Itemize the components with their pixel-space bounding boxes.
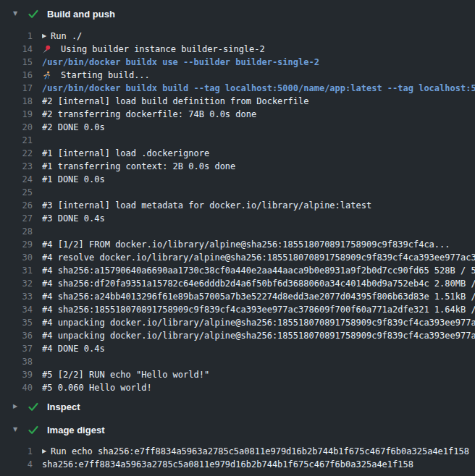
line-number[interactable]: 33 xyxy=(0,290,33,303)
log-text: #3 [internal] load metadata for docker.i… xyxy=(42,199,371,212)
log-line: 37#4 DONE 0.4s xyxy=(0,342,475,355)
log-line: 18#2 [internal] load build definition fr… xyxy=(0,95,475,108)
log-line: 32#4 sha256:df20fa9351a15782c64e6dddb2d4… xyxy=(0,277,475,290)
log-line: 24#1 DONE 0.0s xyxy=(0,173,475,186)
runner-icon xyxy=(42,71,54,80)
line-number[interactable]: 1 xyxy=(0,445,33,458)
check-icon xyxy=(28,9,38,19)
line-number[interactable]: 25 xyxy=(0,186,33,199)
section-lines: 1▶Run ./14Using builder instance builder… xyxy=(0,30,475,394)
section-lines: 1▶Run echo sha256:e7ff8834a5963a2785c5a0… xyxy=(0,445,475,471)
log-line: 28 xyxy=(0,225,475,238)
line-number[interactable]: 39 xyxy=(0,368,33,381)
line-number[interactable]: 4 xyxy=(0,458,33,471)
log-line: 14Using builder instance builder-single-… xyxy=(0,43,475,56)
line-number[interactable]: 14 xyxy=(0,43,33,56)
log-line-content: #4 resolve docker.io/library/alpine@sha2… xyxy=(42,251,475,264)
line-number[interactable]: 22 xyxy=(0,147,33,160)
section-header-image-digest[interactable]: ▼Image digest xyxy=(0,423,475,436)
log-text: #4 DONE 0.4s xyxy=(42,342,105,355)
line-number[interactable]: 1 xyxy=(0,30,33,43)
log-line-content: #1 transferring context: 2B 0.0s done xyxy=(42,160,475,173)
log-line: 25 xyxy=(0,186,475,199)
log-text: #2 DONE 0.0s xyxy=(42,121,105,134)
expand-run-icon[interactable]: ▶ xyxy=(42,445,51,458)
log-line: 33#4 sha256:a24bb4013296f61e89ba57005a7b… xyxy=(0,290,475,303)
log-text: #5 0.060 Hello world! xyxy=(42,381,152,394)
line-number[interactable]: 35 xyxy=(0,316,33,329)
log-line: 19#2 transferring dockerfile: 74B 0.0s d… xyxy=(0,108,475,121)
line-number[interactable]: 30 xyxy=(0,251,33,264)
log-section-inspect: ▶Inspect xyxy=(0,400,475,413)
chevron-right-icon[interactable]: ▶ xyxy=(13,400,20,413)
log-line-content: ▶Run ./ xyxy=(42,30,475,43)
line-number[interactable]: 37 xyxy=(0,342,33,355)
line-number[interactable]: 28 xyxy=(0,225,33,238)
log-text: #4 sha256:185518070891758909c9f839cf4ca3… xyxy=(42,303,475,316)
line-number[interactable]: 40 xyxy=(0,381,33,394)
log-line-content: #2 transferring dockerfile: 74B 0.0s don… xyxy=(42,108,475,121)
log-text: /usr/bin/docker buildx build --tag local… xyxy=(42,82,475,95)
log-line-content xyxy=(42,186,475,199)
line-number[interactable]: 21 xyxy=(0,134,33,147)
line-number[interactable]: 36 xyxy=(0,329,33,342)
log-text: Run ./ xyxy=(51,30,82,43)
line-number[interactable]: 23 xyxy=(0,160,33,173)
log-text: Starting build... xyxy=(61,69,150,82)
log-line-content: #4 sha256:df20fa9351a15782c64e6dddb2d4a6… xyxy=(42,277,475,290)
line-number[interactable]: 34 xyxy=(0,303,33,316)
expand-run-icon[interactable]: ▶ xyxy=(42,30,51,43)
log-line-content: sha256:e7ff8834a5963a2785c5a0811e979d16b… xyxy=(42,458,475,471)
log-text: #4 sha256:a15790640a6690aa1730c38cf0a440… xyxy=(42,264,475,277)
line-number[interactable]: 38 xyxy=(0,355,33,368)
log-line: 26#3 [internal] load metadata for docker… xyxy=(0,199,475,212)
log-line-content xyxy=(42,225,475,238)
chevron-down-icon[interactable]: ▼ xyxy=(13,7,20,20)
line-number[interactable]: 29 xyxy=(0,238,33,251)
log-line: 27#3 DONE 0.4s xyxy=(0,212,475,225)
log-text: #4 resolve docker.io/library/alpine@sha2… xyxy=(42,251,475,264)
chevron-down-icon[interactable]: ▼ xyxy=(13,423,20,436)
log-section-build-and-push: ▼Build and push1▶Run ./14Using builder i… xyxy=(0,7,475,394)
line-number[interactable]: 19 xyxy=(0,108,33,121)
log-line-content: /usr/bin/docker buildx use --builder bui… xyxy=(42,56,475,69)
section-header-inspect[interactable]: ▶Inspect xyxy=(0,400,475,413)
section-title: Build and push xyxy=(47,9,115,20)
log-line-content xyxy=(42,355,475,368)
log-line: 1▶Run echo sha256:e7ff8834a5963a2785c5a0… xyxy=(0,445,475,458)
log-line: 34#4 sha256:185518070891758909c9f839cf4c… xyxy=(0,303,475,316)
section-header-build-and-push[interactable]: ▼Build and push xyxy=(0,7,475,20)
log-line-content xyxy=(42,134,475,147)
line-number[interactable]: 20 xyxy=(0,121,33,134)
line-number[interactable]: 27 xyxy=(0,212,33,225)
pushpin-icon xyxy=(42,45,54,54)
log-section-image-digest: ▼Image digest1▶Run echo sha256:e7ff8834a… xyxy=(0,423,475,471)
log-line-content: Using builder instance builder-single-2 xyxy=(42,43,475,56)
line-number[interactable]: 32 xyxy=(0,277,33,290)
line-number[interactable]: 26 xyxy=(0,199,33,212)
line-number[interactable]: 31 xyxy=(0,264,33,277)
log-line-content: #4 sha256:a15790640a6690aa1730c38cf0a440… xyxy=(42,264,475,277)
log-line: 16Starting build... xyxy=(0,69,475,82)
line-number[interactable]: 18 xyxy=(0,95,33,108)
log-line: 31#4 sha256:a15790640a6690aa1730c38cf0a4… xyxy=(0,264,475,277)
line-number[interactable]: 16 xyxy=(0,69,33,82)
log-text: #3 DONE 0.4s xyxy=(42,212,105,225)
log-line: 35#4 unpacking docker.io/library/alpine@… xyxy=(0,316,475,329)
line-number[interactable]: 17 xyxy=(0,82,33,95)
log-line-content: #2 [internal] load build definition from… xyxy=(42,95,475,108)
log-line-content: Starting build... xyxy=(42,69,475,82)
line-number[interactable]: 24 xyxy=(0,173,33,186)
log-line-content: #2 DONE 0.0s xyxy=(42,121,475,134)
log-text: #1 DONE 0.0s xyxy=(42,173,105,186)
log-line: 40#5 0.060 Hello world! xyxy=(0,381,475,394)
log-line-content: #3 DONE 0.4s xyxy=(42,212,475,225)
log-text: #1 [internal] load .dockerignore xyxy=(42,147,209,160)
log-line-content: #4 sha256:185518070891758909c9f839cf4ca3… xyxy=(42,303,475,316)
log-text: #5 [2/2] RUN echo "Hello world!" xyxy=(42,368,209,381)
log-text: Run echo sha256:e7ff8834a5963a2785c5a081… xyxy=(51,445,469,458)
line-number[interactable]: 15 xyxy=(0,56,33,69)
log-line: 15/usr/bin/docker buildx use --builder b… xyxy=(0,56,475,69)
log-text: #4 [1/2] FROM docker.io/library/alpine@s… xyxy=(42,238,450,251)
workflow-log: ▼Build and push1▶Run ./14Using builder i… xyxy=(0,0,475,476)
